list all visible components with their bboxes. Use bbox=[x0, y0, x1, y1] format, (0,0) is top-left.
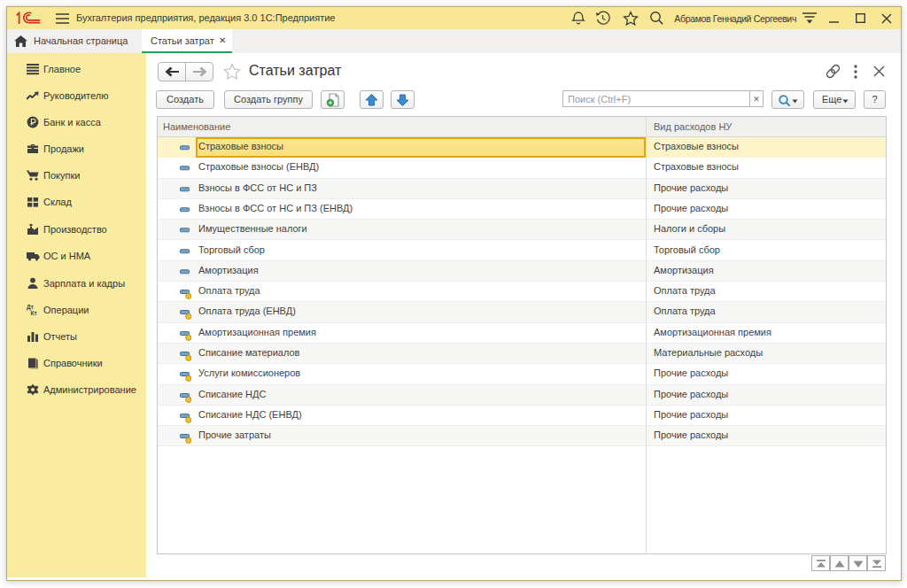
svg-text:Кт: Кт bbox=[31, 310, 37, 316]
